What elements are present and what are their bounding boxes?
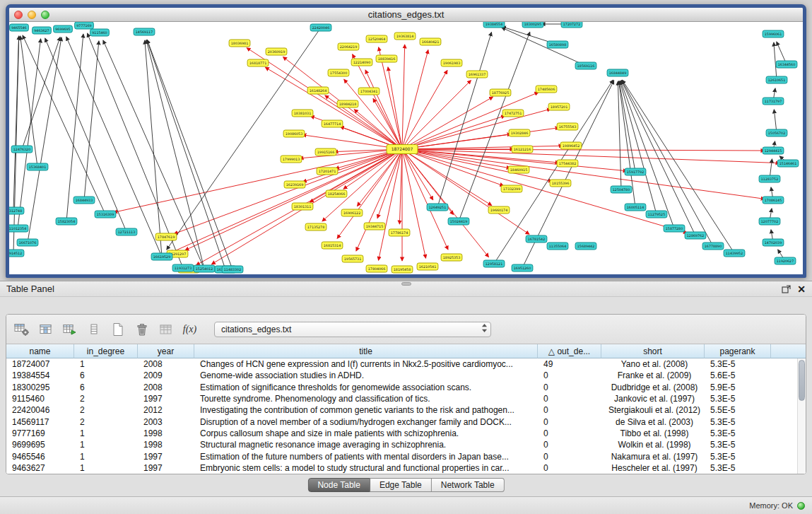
graph-node[interactable]: 17004341 [358, 88, 379, 95]
table-cell[interactable]: Disruption of a novel member of a sodium… [194, 417, 538, 427]
tab-network-table[interactable]: Network Table [432, 478, 505, 492]
table-cell[interactable]: 5.5E-5 [705, 405, 771, 415]
row-options-icon[interactable] [84, 320, 103, 339]
graph-edge[interactable] [18, 39, 41, 228]
graph-node[interactable]: 17135278 [305, 223, 326, 230]
graph-node[interactable]: 19302846 [509, 129, 530, 136]
graph-node[interactable]: 17086145 [763, 197, 784, 204]
graph-node[interactable]: 15996061 [763, 30, 784, 37]
graph-node[interactable]: 11439952 [724, 250, 745, 257]
graph-node[interactable]: 15056702 [766, 129, 787, 136]
graph-node[interactable]: 18195458 [392, 266, 413, 273]
graph-node[interactable]: 18300295 [522, 22, 543, 28]
table-cell[interactable]: 0 [538, 394, 601, 404]
graph-edge[interactable] [13, 36, 19, 253]
graph-node[interactable]: 16121216 [512, 146, 533, 153]
graph-node[interactable]: 18957201 [548, 103, 570, 110]
table-cell[interactable]: 2009 [138, 370, 194, 380]
table-cell[interactable]: Corpus callosum shape and size in male p… [194, 428, 538, 438]
graph-node[interactable]: 15024419 [448, 218, 469, 225]
table-cell[interactable]: 1 [74, 463, 138, 473]
table-cell[interactable]: 9777169 [6, 428, 74, 438]
table-cell[interactable]: 9699695 [6, 440, 74, 450]
table-cell[interactable]: Investigating the contribution of common… [194, 405, 538, 415]
graph-node[interactable]: 16961337 [466, 71, 488, 78]
table-cell[interactable]: Jankovic et al. (1997) [601, 394, 705, 404]
graph-node[interactable]: 12869762 [685, 232, 706, 239]
graph-node[interactable]: 16640421 [420, 38, 441, 45]
graph-node[interactable]: 16671076 [17, 239, 38, 246]
zoom-window-button[interactable] [41, 11, 49, 19]
table-cell[interactable]: 9115460 [6, 394, 74, 404]
show-columns-icon[interactable] [36, 320, 55, 339]
table-cell[interactable]: 18300295 [6, 382, 74, 392]
graph-edge[interactable] [402, 81, 471, 150]
column-header-0[interactable]: name [6, 344, 74, 358]
graph-node[interactable]: 16844849 [607, 69, 628, 76]
graph-edge[interactable] [353, 54, 402, 149]
table-cell[interactable]: 1997 [138, 394, 194, 404]
column-header-3[interactable]: title [194, 344, 538, 358]
graph-node[interactable]: 11483302 [222, 266, 243, 273]
graph-edge[interactable] [402, 149, 779, 163]
table-cell[interactable]: Yano et al. (2008) [601, 359, 705, 369]
graph-node[interactable]: 12958121 [483, 260, 505, 267]
table-row[interactable]: 2242004622012Investigating the contribut… [6, 404, 797, 416]
column-header-1[interactable]: in_degree [74, 344, 138, 358]
table-cell[interactable]: 19384554 [6, 370, 74, 380]
graph-edge[interactable] [66, 37, 162, 257]
graph-node[interactable]: 17847619 [155, 233, 177, 240]
table-row[interactable]: 969969511998Structural magnetic resonanc… [6, 439, 797, 450]
table-cell[interactable]: 22420046 [6, 405, 74, 415]
table-cell[interactable]: Wolkin et al. (1998) [601, 440, 705, 450]
delete-icon[interactable] [132, 320, 151, 339]
table-cell[interactable]: 0 [538, 417, 601, 427]
table-cell[interactable]: 49 [538, 359, 601, 369]
table-row[interactable]: 911546021997Tourette syndrome. Phenomeno… [6, 393, 797, 404]
graph-node[interactable]: 18776925 [490, 89, 511, 96]
graph-node[interactable]: 16906122 [341, 209, 363, 216]
table-cell[interactable]: 5.9E-5 [705, 382, 771, 392]
table-cell[interactable]: 1998 [138, 440, 194, 450]
graph-node-hub[interactable]: 18724007 [387, 145, 418, 154]
table-cell[interactable]: 14569117 [6, 417, 74, 427]
table-cell[interactable]: 1997 [138, 463, 194, 473]
scrollbar-thumb[interactable] [799, 360, 805, 401]
vertical-scrollbar[interactable] [797, 358, 806, 474]
table-cell[interactable]: 0 [538, 452, 601, 462]
graph-node[interactable]: 16210541 [417, 263, 438, 270]
graph-node[interactable]: 12721113 [116, 228, 137, 235]
graph-node[interactable]: 19896452 [560, 142, 582, 149]
graph-node[interactable]: 12944415 [763, 147, 784, 154]
graph-node[interactable]: 16580898 [547, 41, 568, 48]
table-cell[interactable]: Estimation of significance thresholds fo… [194, 382, 538, 392]
table-cell[interactable]: Genome-wide association studies in ADHD. [194, 370, 538, 380]
table-cell[interactable]: 0 [538, 382, 601, 392]
graph-edge[interactable] [402, 97, 493, 149]
column-header-5[interactable]: short [601, 344, 705, 358]
graph-edge[interactable] [622, 81, 713, 247]
table-cell[interactable]: 1997 [138, 452, 194, 462]
table-settings-icon[interactable] [12, 320, 31, 339]
graph-node[interactable]: 15689442 [575, 243, 596, 250]
graph-node[interactable]: 18381031 [292, 110, 313, 117]
table-cell[interactable]: Hescheler et al. (1997) [601, 463, 705, 473]
graph-edge[interactable] [402, 128, 559, 149]
graph-node[interactable]: 14569117 [134, 28, 155, 35]
table-row[interactable]: 1872400712008Changes of HCN gene express… [6, 358, 797, 370]
table-cell[interactable]: Dudbridge et al. (2008) [601, 382, 705, 392]
table-cell[interactable]: 5.6E-5 [705, 370, 771, 380]
graph-node[interactable]: 11931273 [172, 264, 194, 271]
graph-node[interactable]: 15312748 [9, 207, 24, 214]
function-builder-icon[interactable]: f(x) [180, 320, 199, 339]
graph-node[interactable]: 22420046 [310, 24, 331, 31]
graph-node[interactable]: 19384554 [483, 22, 505, 28]
graph-node[interactable]: 17201471 [317, 168, 338, 175]
graph-node[interactable]: 17485606 [536, 86, 557, 93]
graph-edge[interactable] [620, 81, 657, 214]
tab-edge-table[interactable]: Edge Table [370, 478, 432, 492]
table-cell[interactable]: Franke et al. (2009) [601, 370, 705, 380]
table-cell[interactable]: 1 [74, 359, 138, 369]
graph-node[interactable]: 11279525 [646, 211, 667, 218]
table-cell[interactable]: 1 [74, 428, 138, 438]
